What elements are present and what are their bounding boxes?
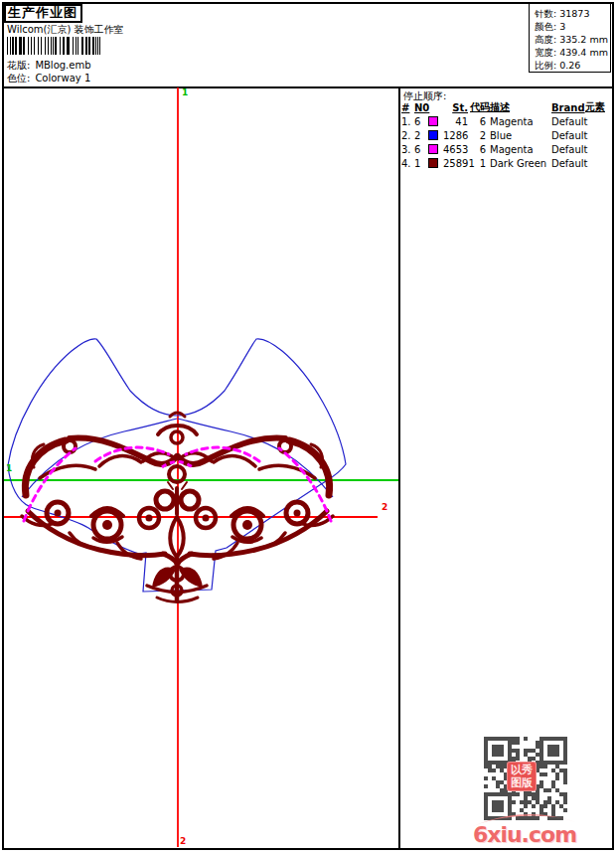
watermark-site: 6xiu.com [465, 822, 584, 847]
start-marker-left: 1 [6, 464, 12, 473]
start-marker-top: 1 [182, 88, 188, 97]
end-marker-bottom: 2 [180, 837, 186, 846]
copyright-seal: 以秀 图版 [507, 762, 537, 791]
end-marker-right: 2 [382, 503, 387, 512]
lace-motif-center [147, 413, 207, 602]
design-canvas [0, 0, 616, 855]
